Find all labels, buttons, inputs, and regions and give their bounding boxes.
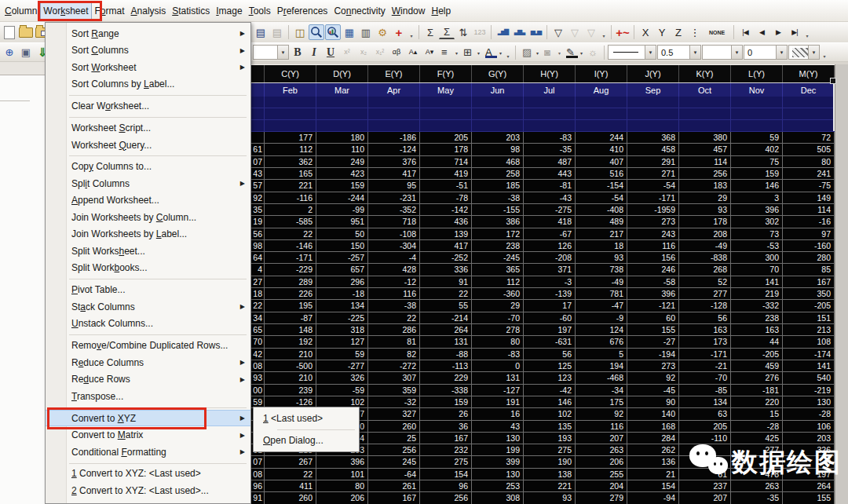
set-as-z-button[interactable]: Z: [671, 24, 686, 40]
combo-dropdown-arrow-icon[interactable]: ▼: [731, 46, 742, 59]
cell[interactable]: 505: [783, 144, 835, 155]
cell[interactable]: -87: [265, 312, 316, 324]
menubar-item-connectivity[interactable]: Connectivity: [331, 2, 388, 20]
selected-cell[interactable]: [472, 97, 524, 108]
open-project-icon[interactable]: [18, 24, 34, 40]
cell[interactable]: 75: [731, 156, 783, 168]
cell[interactable]: 307: [368, 372, 420, 384]
menubar-item-help[interactable]: Help: [428, 2, 454, 20]
cell[interactable]: 203: [472, 132, 524, 144]
cell-partial[interactable]: 19: [251, 216, 265, 228]
cell[interactable]: 417: [420, 240, 472, 252]
cell[interactable]: -468: [576, 372, 627, 384]
cell[interactable]: 126: [524, 240, 576, 252]
dropdown-arrow-icon[interactable]: ▾: [580, 51, 583, 56]
cell[interactable]: 226: [265, 288, 316, 300]
cell[interactable]: -244: [316, 192, 368, 204]
code-builder-icon[interactable]: ▥: [358, 24, 374, 40]
cell[interactable]: -154: [576, 180, 627, 192]
cell[interactable]: 210: [265, 372, 316, 384]
label-cell-jul[interactable]: Jul: [524, 83, 576, 97]
cell[interactable]: -219: [783, 385, 835, 396]
cell-partial[interactable]: 92: [251, 192, 265, 204]
cell[interactable]: 275: [524, 444, 576, 456]
label-cell-jun[interactable]: Jun: [472, 83, 524, 97]
menu-item-split-worksheet[interactable]: Split Worksheet...: [46, 243, 250, 260]
cell[interactable]: 91: [420, 276, 472, 288]
line-style-combo[interactable]: ▼: [608, 45, 656, 60]
cell[interactable]: 173: [679, 336, 731, 348]
cell[interactable]: 192: [265, 336, 316, 348]
cell[interactable]: -245: [472, 252, 524, 264]
selected-cell[interactable]: [316, 108, 368, 120]
cell[interactable]: 423: [316, 168, 368, 180]
cell[interactable]: -231: [368, 192, 420, 204]
cell[interactable]: 150: [316, 240, 368, 252]
cell[interactable]: 229: [420, 372, 472, 384]
cell[interactable]: 376: [368, 156, 420, 168]
cell[interactable]: 167: [783, 276, 835, 288]
cell-partial[interactable]: 27: [251, 276, 265, 288]
cell[interactable]: -142: [420, 204, 472, 216]
cell[interactable]: 396: [731, 204, 783, 216]
toolbar-overflow[interactable]: ▾: [821, 45, 828, 60]
cell-partial[interactable]: 96: [251, 480, 265, 492]
new-workbook-icon[interactable]: ▤: [253, 24, 269, 40]
cell[interactable]: 185: [472, 180, 524, 192]
selected-cell[interactable]: [731, 120, 783, 132]
cell-partial[interactable]: 93: [251, 372, 265, 384]
cell[interactable]: 108: [783, 336, 835, 348]
cell[interactable]: 232: [420, 444, 472, 456]
menubar-item-preferences[interactable]: Preferences: [274, 2, 331, 20]
cell[interactable]: 278: [472, 324, 524, 336]
cell[interactable]: 256: [420, 492, 472, 504]
cell[interactable]: 443: [524, 168, 576, 180]
selected-cell[interactable]: [524, 120, 576, 132]
dropdown-arrow-icon[interactable]: ▾: [455, 51, 458, 56]
cell[interactable]: 130: [472, 469, 524, 480]
cell[interactable]: 238: [472, 240, 524, 252]
cell-partial[interactable]: 18: [251, 288, 265, 300]
cell[interactable]: 336: [420, 264, 472, 276]
cell[interactable]: -275: [524, 204, 576, 216]
cell[interactable]: -54: [627, 180, 679, 192]
column-header-g-y[interactable]: G(Y): [472, 65, 524, 82]
cell[interactable]: -21: [679, 360, 731, 372]
cell-partial[interactable]: 07: [251, 156, 265, 168]
cell[interactable]: 178: [679, 216, 731, 228]
selected-cell[interactable]: [316, 120, 368, 132]
cell[interactable]: 260: [368, 421, 420, 433]
cell[interactable]: 261: [368, 480, 420, 492]
cell[interactable]: 199: [472, 444, 524, 456]
cell[interactable]: 165: [265, 168, 316, 180]
cell[interactable]: 280: [783, 252, 835, 264]
cell[interactable]: -49: [576, 276, 627, 288]
cell[interactable]: 279: [576, 492, 627, 504]
cell[interactable]: -171: [679, 349, 731, 360]
cell[interactable]: 155: [627, 324, 679, 336]
cell[interactable]: 657: [316, 264, 368, 276]
menubar-item-analysis[interactable]: Analysis: [128, 2, 170, 20]
cell[interactable]: 60: [627, 312, 679, 324]
cell[interactable]: -59: [316, 385, 368, 396]
cell[interactable]: -139: [524, 288, 576, 300]
cell-partial[interactable]: 57: [251, 180, 265, 192]
cell[interactable]: 25: [368, 433, 420, 444]
selected-cell[interactable]: [627, 97, 679, 108]
data-filter-icon[interactable]: ▽: [550, 24, 566, 40]
cell[interactable]: 93: [576, 252, 627, 264]
cell-partial[interactable]: 91: [251, 492, 265, 504]
cell[interactable]: 114: [783, 204, 835, 216]
cell[interactable]: 302: [731, 216, 783, 228]
cell[interactable]: 138: [524, 469, 576, 480]
cell[interactable]: -16: [783, 216, 835, 228]
cell[interactable]: 167: [368, 492, 420, 504]
cell[interactable]: 213: [783, 324, 835, 336]
selected-cell[interactable]: [472, 120, 524, 132]
cell[interactable]: 163: [731, 324, 783, 336]
cell[interactable]: 22: [420, 288, 472, 300]
selected-cell[interactable]: [251, 97, 265, 108]
cell[interactable]: 139: [420, 228, 472, 240]
cell[interactable]: -171: [265, 252, 316, 264]
cell[interactable]: 72: [783, 132, 835, 144]
